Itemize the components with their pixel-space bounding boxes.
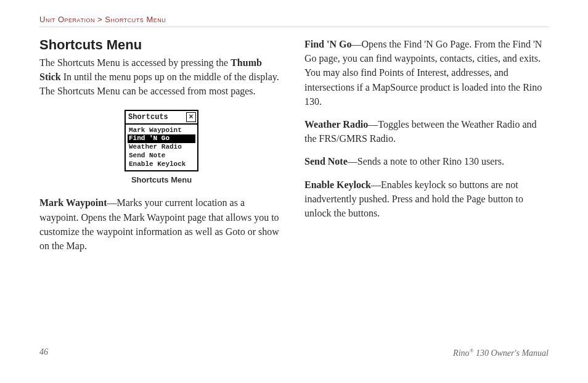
breadcrumb-separator: >	[95, 15, 105, 24]
page-title: Shortcuts Menu	[39, 37, 284, 53]
entry-weather-radio: Weather Radio—Toggles between the Weathe…	[304, 117, 549, 146]
entry-find-n-go: Find 'N Go—Opens the Find 'N Go Page. Fr…	[304, 37, 549, 109]
page-number: 46	[39, 347, 48, 358]
manual-title: Rino® 130 Owner's Manual	[453, 347, 549, 358]
lcd-item-selected: Find 'N Go	[128, 134, 195, 143]
left-column: Shortcuts Menu The Shortcuts Menu is acc…	[39, 37, 284, 262]
intro-text-1: The Shortcuts Menu is accessed by pressi…	[39, 57, 231, 68]
shortcuts-figure: Shortcuts × Mark Waypoint Find 'N Go Wea…	[39, 110, 284, 185]
entry-term: Find 'N Go	[304, 39, 351, 49]
manual-suffix: 130 Owner's Manual	[473, 348, 549, 358]
manual-prefix: Rino	[453, 348, 469, 358]
page-footer: 46 Rino® 130 Owner's Manual	[39, 347, 549, 358]
breadcrumb: Unit Operation > Shortcuts Menu	[39, 15, 549, 24]
lcd-item: Weather Radio	[128, 143, 195, 152]
lcd-title-text: Shortcuts	[128, 113, 168, 121]
entry-send-note: Send Note—Sends a note to other Rino 130…	[304, 154, 549, 168]
lcd-menu: Mark Waypoint Find 'N Go Weather Radio S…	[126, 125, 197, 171]
intro-text-2: In until the menu pops up on the middle …	[39, 72, 279, 96]
intro-paragraph: The Shortcuts Menu is accessed by pressi…	[39, 56, 284, 99]
header-rule	[39, 27, 549, 27]
breadcrumb-section: Unit Operation	[39, 15, 95, 24]
entry-enable-keylock: Enable Keylock—Enables keylock so button…	[304, 178, 549, 221]
lcd-item: Send Note	[128, 152, 195, 160]
right-column: Find 'N Go—Opens the Find 'N Go Page. Fr…	[304, 37, 549, 262]
figure-caption: Shortcuts Menu	[39, 175, 284, 184]
entry-term: Enable Keylock	[304, 179, 371, 190]
breadcrumb-page: Shortcuts Menu	[105, 15, 166, 24]
entry-term: Send Note	[304, 156, 348, 167]
lcd-titlebar: Shortcuts ×	[126, 111, 197, 125]
entry-term: Mark Waypoint	[39, 197, 107, 208]
lcd-item: Mark Waypoint	[128, 126, 195, 135]
manual-page: Unit Operation > Shortcuts Menu Shortcut…	[0, 0, 588, 383]
lcd-item: Enable Keylock	[128, 160, 195, 169]
entry-desc: —Sends a note to other Rino 130 users.	[348, 156, 504, 167]
content-columns: Shortcuts Menu The Shortcuts Menu is acc…	[39, 37, 549, 262]
close-icon: ×	[186, 112, 196, 122]
entry-term: Weather Radio	[304, 119, 368, 130]
lcd-window: Shortcuts × Mark Waypoint Find 'N Go Wea…	[125, 110, 198, 172]
entry-mark-waypoint: Mark Waypoint—Marks your current locatio…	[39, 196, 284, 253]
